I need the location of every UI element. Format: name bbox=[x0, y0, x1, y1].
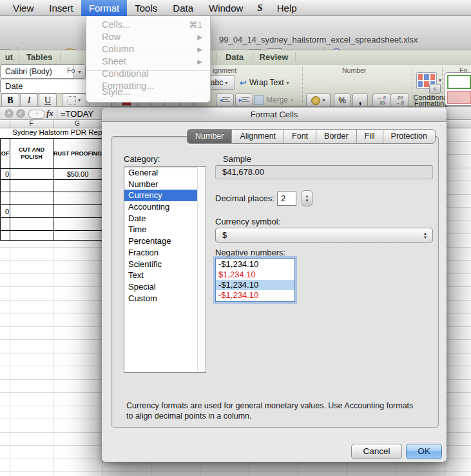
table-cell[interactable]: 0 bbox=[0, 204, 10, 218]
menu-item-sheet[interactable]: Sheet ▶ bbox=[86, 55, 210, 68]
menu-item-label: Style... bbox=[102, 86, 130, 98]
table-cell[interactable] bbox=[0, 230, 10, 241]
merge-button[interactable]: Merge ▾ bbox=[254, 94, 293, 106]
script-menu-icon[interactable]: S bbox=[251, 3, 269, 14]
tab-font[interactable]: Font bbox=[284, 130, 316, 143]
currency-format-button[interactable]: ▾ bbox=[306, 94, 331, 107]
cell-styles-gallery[interactable] bbox=[445, 72, 471, 106]
percent-button[interactable]: % bbox=[334, 94, 351, 107]
negative-option-3-selected[interactable]: -$1,234.10 bbox=[216, 280, 294, 290]
column-header-f[interactable]: F bbox=[10, 120, 53, 128]
column-header-g[interactable]: G bbox=[53, 120, 102, 128]
table-cell[interactable] bbox=[10, 230, 53, 241]
tab-fill[interactable]: Fill bbox=[356, 130, 383, 143]
table-header-cut-polish[interactable]: CUT AND POLISH bbox=[10, 138, 53, 169]
menu-item-row[interactable]: Row ▶ bbox=[86, 31, 210, 43]
coins-icon bbox=[311, 96, 320, 105]
scrollbar-track[interactable] bbox=[197, 167, 206, 372]
insert-function-icon[interactable]: ‒ bbox=[28, 110, 45, 119]
currency-symbol-dropdown[interactable]: $ ▲▼ bbox=[215, 228, 433, 243]
ok-button[interactable]: OK bbox=[406, 444, 442, 459]
style-normal-swatch[interactable] bbox=[447, 75, 471, 89]
negative-option-4[interactable]: -$1,234.10 bbox=[216, 290, 294, 301]
format-menu-dropdown: Cells... ⌘1 Row ▶ Column ▶ Sheet ▶ Condi… bbox=[86, 16, 211, 103]
wrap-text-button[interactable]: ↩ Wrap Text ▾ bbox=[240, 75, 289, 90]
menu-insert[interactable]: Insert bbox=[41, 0, 81, 16]
italic-button[interactable]: I bbox=[20, 94, 38, 107]
tab-data[interactable]: Data bbox=[217, 50, 252, 64]
category-fraction[interactable]: Fraction bbox=[124, 247, 198, 259]
cf-label-line2: Formatting bbox=[413, 101, 449, 106]
category-accounting[interactable]: Accounting bbox=[124, 201, 198, 213]
table-cell[interactable] bbox=[0, 192, 10, 205]
table-cell[interactable] bbox=[10, 192, 53, 205]
confirm-entry-icon[interactable]: ✓ bbox=[16, 109, 25, 118]
comma-button[interactable]: , bbox=[352, 94, 368, 107]
table-cell[interactable] bbox=[0, 179, 10, 192]
category-scientific[interactable]: Scientific bbox=[124, 259, 198, 270]
bold-button[interactable]: B bbox=[1, 94, 19, 107]
table-cell[interactable] bbox=[53, 179, 102, 192]
sheet-title-cell[interactable]: Sydney Halstorm PDR Repai bbox=[0, 128, 102, 138]
increase-decimal-button[interactable]: ←.0 .00 bbox=[372, 94, 391, 107]
menu-data[interactable]: Data bbox=[165, 0, 201, 16]
number-format-dropdown[interactable]: Date ▾ bbox=[0, 79, 100, 94]
menu-format[interactable]: Format bbox=[81, 0, 128, 16]
cancel-entry-icon[interactable]: × bbox=[5, 109, 14, 118]
category-number[interactable]: Number bbox=[124, 179, 198, 190]
tab-border[interactable]: Border bbox=[316, 130, 356, 143]
menu-item-column[interactable]: Column ▶ bbox=[86, 43, 210, 55]
menu-window[interactable]: Window bbox=[201, 0, 251, 16]
table-cell[interactable] bbox=[53, 217, 102, 231]
stepper-up-icon[interactable]: ▲ bbox=[305, 194, 309, 199]
category-currency[interactable]: Currency bbox=[124, 190, 198, 201]
stepper-down-icon[interactable]: ▼ bbox=[305, 199, 309, 203]
decimal-stepper[interactable]: ▲ ▼ bbox=[302, 190, 312, 206]
menu-tools[interactable]: Tools bbox=[127, 0, 165, 16]
table-cell[interactable] bbox=[53, 230, 102, 241]
divider bbox=[57, 108, 57, 119]
category-text[interactable]: Text bbox=[124, 270, 198, 281]
chevron-down-icon[interactable]: ▾ bbox=[73, 65, 85, 78]
menu-item-cells[interactable]: Cells... ⌘1 bbox=[86, 19, 210, 31]
table-cell[interactable] bbox=[10, 168, 53, 180]
table-cell[interactable] bbox=[10, 217, 53, 231]
tab-review[interactable]: Review bbox=[253, 50, 294, 64]
negative-option-2[interactable]: $1,234.10 bbox=[216, 270, 294, 280]
category-special[interactable]: Special bbox=[124, 281, 198, 293]
tab-layout[interactable]: ut bbox=[0, 50, 18, 64]
category-general[interactable]: General bbox=[124, 167, 198, 179]
menu-view[interactable]: View bbox=[5, 0, 41, 16]
tab-alignment[interactable]: Alignment bbox=[231, 130, 284, 143]
menu-item-conditional-formatting[interactable]: Conditional Formatting... bbox=[86, 74, 210, 86]
underline-button[interactable]: U bbox=[39, 94, 57, 107]
menu-help[interactable]: Help bbox=[269, 0, 305, 16]
decrease-indent-button[interactable]: ◂ bbox=[216, 94, 234, 106]
table-cell[interactable] bbox=[0, 217, 10, 231]
decrease-decimal-button[interactable]: .00 →.0 bbox=[390, 94, 409, 107]
tab-protection[interactable]: Protection bbox=[383, 130, 435, 143]
negative-option-1[interactable]: -$1,234.10 bbox=[216, 259, 294, 270]
increase-indent-button[interactable]: ▸ bbox=[235, 94, 253, 106]
table-cell[interactable] bbox=[53, 192, 102, 205]
table-cell[interactable] bbox=[10, 204, 53, 218]
category-date[interactable]: Date bbox=[124, 213, 198, 224]
decimal-places-input[interactable]: 2 bbox=[277, 192, 296, 206]
style-bad-swatch[interactable] bbox=[447, 91, 471, 104]
category-custom[interactable]: Custom bbox=[124, 293, 198, 304]
table-cell[interactable] bbox=[10, 179, 53, 192]
tab-tables[interactable]: Tables bbox=[19, 50, 59, 64]
tab-number[interactable]: Number bbox=[187, 130, 231, 143]
category-time[interactable]: Time bbox=[124, 224, 198, 235]
formula-text[interactable]: =TODAY bbox=[61, 109, 93, 119]
table-header-rust-proofing[interactable]: RUST PROOFING bbox=[53, 138, 102, 169]
category-percentage[interactable]: Percentage bbox=[124, 235, 198, 247]
cancel-button[interactable]: Cancel bbox=[351, 444, 402, 459]
table-cell[interactable]: 0 bbox=[0, 168, 10, 180]
table-cell[interactable] bbox=[53, 204, 102, 218]
chevron-down-icon: ▾ bbox=[78, 97, 81, 103]
border-button[interactable]: ▾ bbox=[62, 94, 86, 107]
table-cell-50-dollars[interactable]: $50.00 bbox=[53, 168, 102, 180]
chevron-down-icon[interactable]: ▾ bbox=[439, 77, 441, 83]
table-header-fragment[interactable]: OF bbox=[0, 138, 10, 169]
